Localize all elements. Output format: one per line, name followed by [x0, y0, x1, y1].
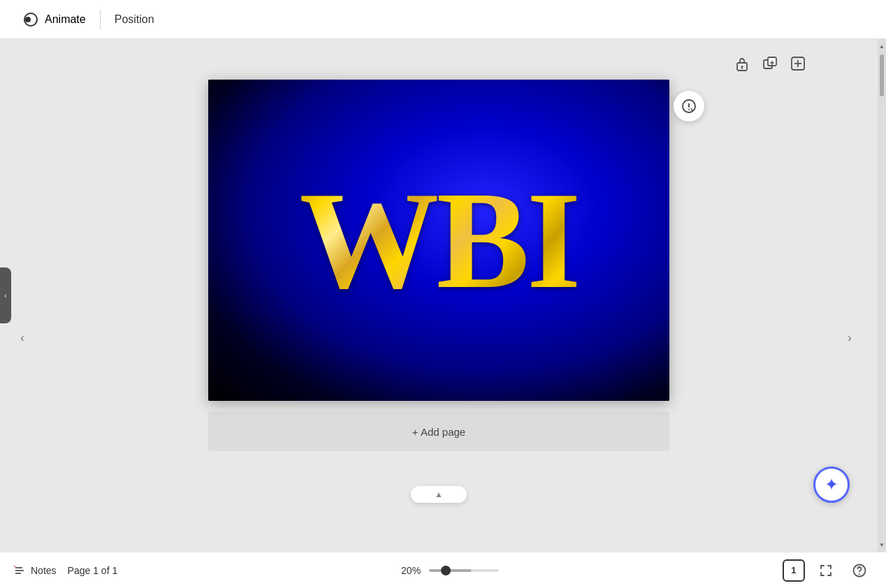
canvas-toolbar — [732, 53, 808, 74]
comment-button[interactable] — [674, 91, 704, 122]
zoom-slider-container — [429, 569, 499, 572]
duplicate-icon — [763, 57, 777, 71]
comment-icon — [681, 98, 697, 114]
magic-icon: ✦ — [825, 475, 838, 494]
slide[interactable]: WBI — [208, 80, 669, 401]
left-arrow-icon: ‹ — [20, 332, 24, 344]
help-button[interactable] — [847, 558, 872, 583]
right-arrow-icon: › — [848, 332, 851, 344]
right-scrollbar[interactable]: ▲ ▼ — [878, 39, 886, 552]
animate-button[interactable]: Animate — [14, 6, 94, 34]
zoom-label: 20% — [401, 565, 421, 576]
scroll-up-icon: ▲ — [435, 490, 443, 499]
help-icon — [852, 564, 866, 578]
page-number-badge[interactable]: 1 — [783, 559, 805, 582]
page-number: 1 — [791, 565, 796, 575]
position-button[interactable]: Position — [106, 8, 163, 31]
magic-ai-button[interactable]: ✦ — [813, 466, 850, 503]
duplicate-button[interactable] — [760, 54, 780, 73]
notes-label: Notes — [31, 565, 57, 576]
canvas-area: WBI + Add page ▲ ✦ ‹ — [0, 39, 878, 552]
scroll-down-arrow[interactable]: ▼ — [878, 539, 886, 550]
add-element-button[interactable] — [788, 54, 808, 73]
add-page-label: + Add page — [412, 426, 465, 438]
header: Animate Position — [0, 0, 886, 39]
add-element-icon — [791, 57, 805, 71]
lock-icon — [735, 56, 749, 71]
notes-icon — [14, 564, 27, 577]
notes-button[interactable]: Notes — [14, 564, 57, 577]
svg-point-1 — [26, 17, 30, 22]
lock-button[interactable] — [732, 53, 752, 74]
footer-right: 1 — [783, 558, 872, 583]
add-page-button[interactable]: + Add page — [208, 412, 669, 451]
position-label: Position — [115, 13, 154, 25]
footer: Notes Page 1 of 1 20% 1 — [0, 552, 886, 588]
right-nav-arrow[interactable]: › — [841, 330, 858, 346]
page-info: Page 1 of 1 — [68, 565, 118, 576]
animate-icon — [22, 11, 39, 28]
scroll-up-arrow[interactable]: ▲ — [878, 41, 886, 52]
slide-text: WBI — [285, 170, 592, 310]
left-nav-arrow[interactable]: ‹ — [14, 330, 31, 346]
header-divider — [100, 10, 101, 29]
left-sidebar-toggle[interactable]: ‹ — [0, 267, 11, 323]
svg-point-14 — [688, 109, 690, 110]
svg-point-3 — [741, 66, 743, 68]
canvas-container: WBI — [208, 80, 669, 401]
scroll-up-indicator[interactable]: ▲ — [411, 486, 467, 503]
fullscreen-icon — [820, 564, 832, 577]
scrollbar-thumb[interactable] — [880, 54, 884, 96]
svg-point-19 — [859, 573, 860, 575]
footer-center: 20% — [401, 565, 499, 576]
animate-label: Animate — [45, 13, 86, 26]
fullscreen-button[interactable] — [813, 558, 838, 583]
footer-left: Notes Page 1 of 1 — [14, 564, 117, 577]
zoom-slider[interactable] — [429, 569, 499, 572]
left-chevron-icon: ‹ — [4, 292, 6, 300]
main-area: ‹ — [0, 39, 886, 552]
